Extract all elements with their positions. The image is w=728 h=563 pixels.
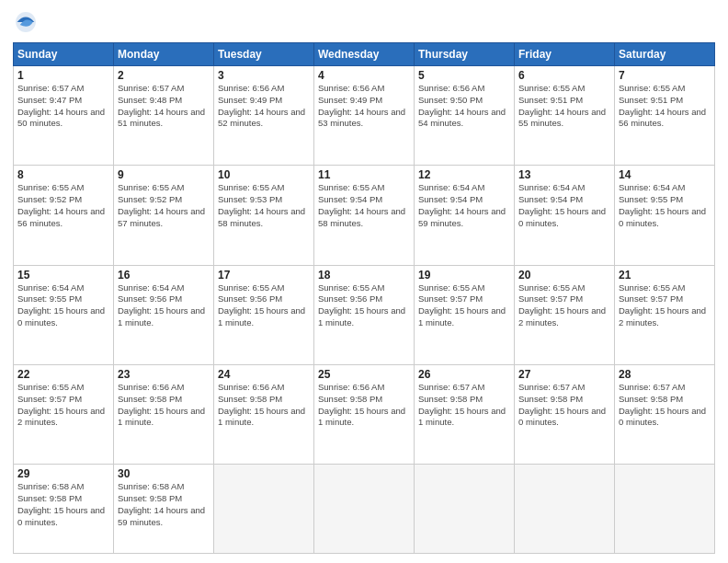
weekday-header-saturday: Saturday [615, 43, 715, 66]
calendar-cell [214, 465, 314, 554]
calendar-week-row: 1 Sunrise: 6:57 AM Sunset: 9:47 PM Dayli… [14, 66, 715, 166]
day-number: 7 [619, 69, 711, 82]
weekday-header-monday: Monday [114, 43, 214, 66]
day-info: Sunrise: 6:55 AM Sunset: 9:57 PM Dayligh… [418, 282, 510, 329]
day-info: Sunrise: 6:55 AM Sunset: 9:52 PM Dayligh… [17, 182, 109, 229]
calendar-week-row: 29 Sunrise: 6:58 AM Sunset: 9:58 PM Dayl… [14, 465, 715, 554]
calendar-cell: 26 Sunrise: 6:57 AM Sunset: 9:58 PM Dayl… [415, 364, 515, 464]
calendar-cell: 23 Sunrise: 6:56 AM Sunset: 9:58 PM Dayl… [114, 364, 214, 464]
day-info: Sunrise: 6:54 AM Sunset: 9:56 PM Dayligh… [118, 282, 210, 329]
weekday-header-thursday: Thursday [415, 43, 515, 66]
calendar-header-row: SundayMondayTuesdayWednesdayThursdayFrid… [14, 43, 715, 66]
day-info: Sunrise: 6:56 AM Sunset: 9:50 PM Dayligh… [418, 83, 510, 130]
weekday-header-wednesday: Wednesday [314, 43, 415, 66]
day-info: Sunrise: 6:56 AM Sunset: 9:58 PM Dayligh… [118, 382, 210, 429]
day-number: 21 [619, 269, 711, 282]
day-number: 30 [118, 467, 210, 480]
calendar-cell: 7 Sunrise: 6:55 AM Sunset: 9:51 PM Dayli… [615, 66, 715, 166]
calendar-cell: 27 Sunrise: 6:57 AM Sunset: 9:58 PM Dayl… [515, 364, 615, 464]
day-number: 8 [17, 168, 109, 181]
day-info: Sunrise: 6:57 AM Sunset: 9:58 PM Dayligh… [619, 382, 711, 429]
day-number: 20 [518, 269, 610, 282]
calendar-cell: 16 Sunrise: 6:54 AM Sunset: 9:56 PM Dayl… [114, 265, 214, 364]
calendar-cell: 29 Sunrise: 6:58 AM Sunset: 9:58 PM Dayl… [14, 465, 114, 554]
day-number: 11 [318, 168, 410, 181]
day-number: 10 [218, 168, 310, 181]
calendar-cell [615, 465, 715, 554]
page: SundayMondayTuesdayWednesdayThursdayFrid… [0, 0, 728, 563]
logo [13, 9, 42, 35]
day-number: 14 [619, 168, 711, 181]
calendar-cell: 15 Sunrise: 6:54 AM Sunset: 9:55 PM Dayl… [14, 265, 114, 364]
calendar-cell: 4 Sunrise: 6:56 AM Sunset: 9:49 PM Dayli… [314, 66, 415, 166]
day-number: 3 [218, 69, 310, 82]
calendar-cell: 25 Sunrise: 6:56 AM Sunset: 9:58 PM Dayl… [314, 364, 415, 464]
calendar-cell [415, 465, 515, 554]
day-info: Sunrise: 6:56 AM Sunset: 9:58 PM Dayligh… [318, 382, 410, 429]
day-info: Sunrise: 6:57 AM Sunset: 9:47 PM Dayligh… [17, 83, 109, 130]
day-info: Sunrise: 6:56 AM Sunset: 9:49 PM Dayligh… [218, 83, 310, 130]
day-info: Sunrise: 6:57 AM Sunset: 9:48 PM Dayligh… [118, 83, 210, 130]
day-number: 19 [418, 269, 510, 282]
calendar-cell: 11 Sunrise: 6:55 AM Sunset: 9:54 PM Dayl… [314, 166, 415, 265]
day-info: Sunrise: 6:56 AM Sunset: 9:58 PM Dayligh… [218, 382, 310, 429]
day-info: Sunrise: 6:55 AM Sunset: 9:57 PM Dayligh… [17, 382, 109, 429]
day-info: Sunrise: 6:55 AM Sunset: 9:56 PM Dayligh… [218, 282, 310, 329]
calendar-cell [314, 465, 415, 554]
calendar-cell: 3 Sunrise: 6:56 AM Sunset: 9:49 PM Dayli… [214, 66, 314, 166]
day-number: 23 [118, 368, 210, 381]
day-info: Sunrise: 6:54 AM Sunset: 9:54 PM Dayligh… [418, 182, 510, 229]
day-info: Sunrise: 6:54 AM Sunset: 9:55 PM Dayligh… [17, 282, 109, 329]
calendar-cell: 9 Sunrise: 6:55 AM Sunset: 9:52 PM Dayli… [114, 166, 214, 265]
calendar-week-row: 22 Sunrise: 6:55 AM Sunset: 9:57 PM Dayl… [14, 364, 715, 464]
day-number: 16 [118, 269, 210, 282]
day-info: Sunrise: 6:57 AM Sunset: 9:58 PM Dayligh… [418, 382, 510, 429]
calendar-cell: 8 Sunrise: 6:55 AM Sunset: 9:52 PM Dayli… [14, 166, 114, 265]
day-number: 17 [218, 269, 310, 282]
day-number: 1 [17, 69, 109, 82]
day-number: 25 [318, 368, 410, 381]
day-number: 29 [17, 467, 109, 480]
day-info: Sunrise: 6:55 AM Sunset: 9:53 PM Dayligh… [218, 182, 310, 229]
day-info: Sunrise: 6:57 AM Sunset: 9:58 PM Dayligh… [518, 382, 610, 429]
calendar-cell [515, 465, 615, 554]
calendar-cell: 6 Sunrise: 6:55 AM Sunset: 9:51 PM Dayli… [515, 66, 615, 166]
calendar-week-row: 15 Sunrise: 6:54 AM Sunset: 9:55 PM Dayl… [14, 265, 715, 364]
day-info: Sunrise: 6:55 AM Sunset: 9:51 PM Dayligh… [619, 83, 711, 130]
day-number: 22 [17, 368, 109, 381]
day-info: Sunrise: 6:55 AM Sunset: 9:56 PM Dayligh… [318, 282, 410, 329]
day-number: 2 [118, 69, 210, 82]
day-info: Sunrise: 6:55 AM Sunset: 9:51 PM Dayligh… [518, 83, 610, 130]
calendar-cell: 17 Sunrise: 6:55 AM Sunset: 9:56 PM Dayl… [214, 265, 314, 364]
calendar-cell: 20 Sunrise: 6:55 AM Sunset: 9:57 PM Dayl… [515, 265, 615, 364]
day-info: Sunrise: 6:58 AM Sunset: 9:58 PM Dayligh… [17, 481, 109, 528]
calendar-cell: 28 Sunrise: 6:57 AM Sunset: 9:58 PM Dayl… [615, 364, 715, 464]
calendar-cell: 21 Sunrise: 6:55 AM Sunset: 9:57 PM Dayl… [615, 265, 715, 364]
day-number: 18 [318, 269, 410, 282]
calendar-week-row: 8 Sunrise: 6:55 AM Sunset: 9:52 PM Dayli… [14, 166, 715, 265]
calendar-cell: 12 Sunrise: 6:54 AM Sunset: 9:54 PM Dayl… [415, 166, 515, 265]
day-info: Sunrise: 6:58 AM Sunset: 9:58 PM Dayligh… [118, 481, 210, 528]
day-number: 15 [17, 269, 109, 282]
day-number: 26 [418, 368, 510, 381]
day-number: 28 [619, 368, 711, 381]
day-number: 12 [418, 168, 510, 181]
calendar-cell: 1 Sunrise: 6:57 AM Sunset: 9:47 PM Dayli… [14, 66, 114, 166]
day-info: Sunrise: 6:55 AM Sunset: 9:57 PM Dayligh… [518, 282, 610, 329]
calendar-cell: 14 Sunrise: 6:54 AM Sunset: 9:55 PM Dayl… [615, 166, 715, 265]
day-info: Sunrise: 6:55 AM Sunset: 9:52 PM Dayligh… [118, 182, 210, 229]
header [13, 9, 715, 35]
weekday-header-tuesday: Tuesday [214, 43, 314, 66]
day-number: 5 [418, 69, 510, 82]
day-info: Sunrise: 6:54 AM Sunset: 9:54 PM Dayligh… [518, 182, 610, 229]
calendar-cell: 5 Sunrise: 6:56 AM Sunset: 9:50 PM Dayli… [415, 66, 515, 166]
day-number: 13 [518, 168, 610, 181]
day-info: Sunrise: 6:55 AM Sunset: 9:57 PM Dayligh… [619, 282, 711, 329]
day-info: Sunrise: 6:55 AM Sunset: 9:54 PM Dayligh… [318, 182, 410, 229]
calendar-cell: 30 Sunrise: 6:58 AM Sunset: 9:58 PM Dayl… [114, 465, 214, 554]
day-number: 27 [518, 368, 610, 381]
calendar-cell: 22 Sunrise: 6:55 AM Sunset: 9:57 PM Dayl… [14, 364, 114, 464]
calendar-cell: 18 Sunrise: 6:55 AM Sunset: 9:56 PM Dayl… [314, 265, 415, 364]
calendar-table: SundayMondayTuesdayWednesdayThursdayFrid… [13, 42, 715, 554]
day-info: Sunrise: 6:54 AM Sunset: 9:55 PM Dayligh… [619, 182, 711, 229]
